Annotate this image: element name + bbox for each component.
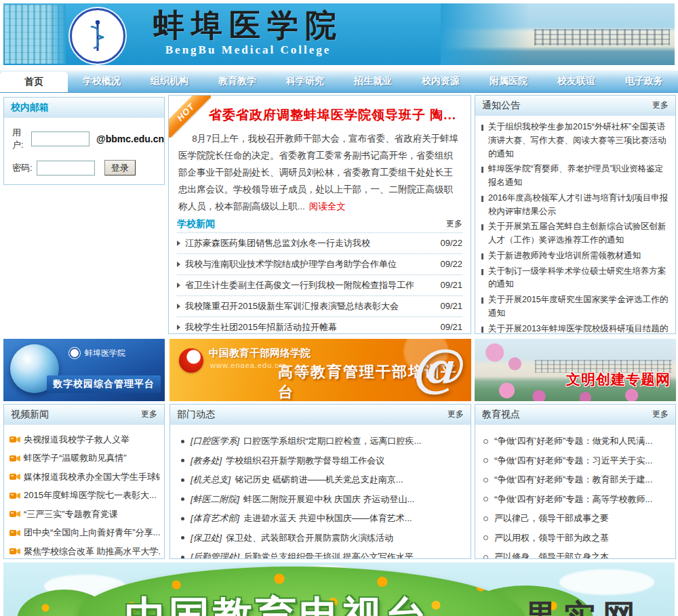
- news-item[interactable]: 我校学生社团2015年招新活动拉开帷幕 09/21: [177, 316, 462, 334]
- featured-summary: 8月7日上午，我校召开教师干部大会，宣布省委、省政府关于蚌埠医学院院长任命的决定…: [178, 131, 461, 215]
- footer-banner-cetv[interactable]: 中国教育电视台 果实网: [3, 562, 675, 616]
- notice-item[interactable]: 2016年度高校领军人才引进与培育计划项目申报校内评审结果公示: [479, 192, 670, 219]
- banner1-caption: 数字校园综合管理平台: [47, 375, 161, 393]
- video-item-title: 聚焦学校综合改革 助推高水平大学...: [24, 546, 160, 558]
- nav-item-research[interactable]: 科学研究: [271, 70, 339, 92]
- video-item[interactable]: 媒体报道我校承办全国大学生手球锦...: [9, 468, 160, 487]
- video-item[interactable]: 央视报道我校学子救人义举: [9, 430, 160, 449]
- featured-headline-link[interactable]: 省委省政府调整蚌埠医学院领导班子 陶...: [204, 106, 461, 124]
- video-item-title: 央视报道我校学子救人义举: [24, 434, 129, 446]
- news-item-title: 我校隆重召开2015级新生军训汇报表演暨总结表彰大会: [185, 300, 435, 312]
- news-item[interactable]: 我校隆重召开2015级新生军训汇报表演暨总结表彰大会 09/21: [177, 295, 462, 316]
- edu-item[interactable]: 严以用权，领导干部为政之基: [483, 529, 670, 548]
- password-row: 密码: 登录: [12, 160, 164, 176]
- dept-news-list: [口腔医学系] 口腔医学系组织“定期口腔检查，远离口腔疾... [教务处] 学校…: [170, 425, 471, 559]
- edu-item-title: 严以用权，领导干部为政之基: [494, 532, 609, 544]
- video-item[interactable]: 2015年度蚌埠医学院七一表彰大...: [9, 487, 160, 506]
- notice-item[interactable]: 关于制订一级学科学术学位硕士研究生培养方案的通知: [479, 265, 670, 292]
- nav-item-admissions[interactable]: 招生就业: [339, 70, 407, 92]
- edu-more-link[interactable]: 更多: [652, 409, 669, 420]
- notice-item-text: 关于开展2013年蚌埠医学院校级科研项目结题的通知: [488, 324, 668, 335]
- news-item-date: 09/22: [440, 259, 462, 269]
- dept-item[interactable]: [口腔医学系] 口腔医学系组织“定期口腔检查，远离口腔疾...: [181, 432, 464, 451]
- video-more-link[interactable]: 更多: [141, 409, 157, 420]
- nav-item-resources[interactable]: 校内资源: [407, 70, 475, 92]
- banner-digital-campus[interactable]: 蚌埠医学院 数字校园综合管理平台: [3, 339, 165, 401]
- news-item-date: 09/21: [440, 322, 462, 332]
- video-item[interactable]: “三严三实”专题教育党课: [9, 505, 160, 524]
- triangle-bullet-icon: [177, 241, 180, 246]
- dept-item[interactable]: [后勤管理处] 后勤党总支组织骨干培训 提高公文写作水平: [181, 548, 464, 559]
- news-item-title: 我校学生社团2015年招新活动拉开帷幕: [185, 321, 435, 333]
- news-item[interactable]: 江苏豪森医药集团销售总监刘永冬一行走访我校 09/22: [177, 232, 462, 253]
- edu-item[interactable]: “争做‘四有’好老师”专题：习近平关于实...: [483, 451, 670, 471]
- notice-item[interactable]: 关于开展2013年蚌埠医学院校级科研项目结题的通知: [479, 323, 670, 335]
- nav-item-teaching[interactable]: 教育教学: [203, 70, 271, 92]
- dept-item[interactable]: [蚌医二附院] 蚌医二附院开展迎中秋 庆国庆 齐运动登山...: [181, 490, 464, 510]
- notice-item[interactable]: 关于组织我校学生参加2015“外研社杯”全国英语演讲大赛、写作大赛、阅读大赛等三…: [479, 121, 670, 161]
- dept-item[interactable]: [教务处] 学校组织召开新学期教学督导组工作会议: [181, 451, 464, 471]
- news-item[interactable]: 我校与淮南职业技术学院结成护理学自考助学合作单位 09/22: [177, 253, 462, 274]
- cloud-icon: [559, 569, 654, 595]
- dept-item-title: 保卫处、武装部联合开展防震防火演练活动: [226, 532, 393, 544]
- nav-item-hospitals[interactable]: 附属医院: [475, 70, 542, 92]
- hot-ribbon-icon: HOT: [169, 96, 211, 138]
- nav-item-egov[interactable]: 电子政务: [610, 70, 678, 92]
- banner-civilization[interactable]: 文明创建专题网: [475, 339, 676, 401]
- notice-item-text: 关于开展2015年度研究生国家奖学金评选工作的通知: [488, 295, 668, 318]
- school-news-header: 学校新闻 更多: [177, 218, 462, 232]
- school-title-block: 蚌埠医学院 BengBu Medical College: [136, 7, 360, 57]
- dept-item-title: 蚌医二附院开展迎中秋 庆国庆 齐运动登山...: [243, 493, 414, 506]
- edu-item-title: “争做‘四有’好老师”专题：高等学校教师...: [494, 493, 652, 506]
- username-input[interactable]: [31, 131, 89, 146]
- dept-more-link[interactable]: 更多: [447, 409, 464, 420]
- video-item[interactable]: 聚焦学校综合改革 助推高水平大学...: [9, 542, 160, 559]
- dept-item[interactable]: [体育艺术部] 走进碧水蓝天 共迎中秋国庆——体育艺术...: [181, 509, 464, 529]
- nav-item-home[interactable]: 首页: [0, 72, 68, 92]
- notice-more-link[interactable]: 更多: [652, 100, 669, 111]
- username-label: 用户:: [12, 127, 27, 151]
- notice-item[interactable]: 蚌埠医学院“育婴师、养老护理员”职业资格鉴定报名通知: [479, 163, 670, 190]
- triangle-bullet-icon: [177, 262, 180, 267]
- notice-item[interactable]: 关于新进教师跨专业培训所需领教材通知: [479, 249, 670, 263]
- school-logo: [70, 8, 125, 64]
- edu-item[interactable]: “争做‘四有’好老师”专题：教育部关于建...: [483, 470, 670, 490]
- login-button[interactable]: 登录: [104, 160, 136, 176]
- video-item[interactable]: 团中央“全国向上向善好青年”分享...: [9, 524, 160, 543]
- at-symbol-icon: @: [410, 339, 462, 398]
- edu-item[interactable]: “争做‘四有’好老师”专题：做党和人民满...: [483, 432, 670, 451]
- edu-item[interactable]: 严以律己，领导干部成事之要: [483, 509, 670, 529]
- nav-item-organization[interactable]: 组织机构: [136, 70, 203, 92]
- password-input[interactable]: [37, 161, 95, 176]
- email-panel-title: 校内邮箱: [11, 102, 49, 114]
- news-item-title: 省卫生计生委副主任高俊文一行到我校一附院检查指导工作: [185, 279, 435, 291]
- edu-panel-title: 教育视点: [482, 409, 520, 421]
- caduceus-icon: [87, 20, 108, 52]
- campus-photo-left: [5, 5, 66, 64]
- edu-item[interactable]: “争做‘四有’好老师”专题：高等学校教师...: [483, 490, 670, 510]
- school-name-cn: 蚌埠医学院: [136, 7, 360, 43]
- cetv-title: 中国教育电视台: [125, 590, 429, 616]
- video-camera-icon: [9, 492, 20, 499]
- dept-item[interactable]: [保卫处] 保卫处、武装部联合开展防震防火演练活动: [181, 529, 464, 548]
- dept-tag: [机关总支]: [191, 474, 231, 486]
- fruit-net-title: 果实网: [524, 595, 642, 616]
- video-item[interactable]: 蚌医学子“温暖救助见真情”: [9, 449, 160, 468]
- nav-item-overview[interactable]: 学校概况: [68, 70, 136, 92]
- school-news-list: 江苏豪森医药集团销售总监刘永冬一行走访我校 09/22 我校与淮南职业技术学院结…: [177, 232, 462, 334]
- news-item[interactable]: 省卫生计生委副主任高俊文一行到我校一附院检查指导工作 09/21: [177, 274, 462, 295]
- dept-item[interactable]: [机关总支] 铭记历史 砥砺前进——机关党总支赴南京...: [181, 470, 464, 490]
- triangle-bullet-icon: [177, 325, 180, 330]
- dept-tag: [体育艺术部]: [191, 512, 239, 525]
- notice-item[interactable]: 关于开展第五届合芜蚌自主创新综合试验区创新人才（工作）奖评选推荐工作的通知: [479, 220, 670, 247]
- notice-item[interactable]: 关于开展2015年度研究生国家奖学金评选工作的通知: [479, 293, 670, 321]
- school-news-more-link[interactable]: 更多: [446, 218, 462, 230]
- video-item-title: 蚌医学子“温暖救助见真情”: [24, 452, 127, 464]
- read-more-link[interactable]: 阅读全文: [309, 201, 346, 211]
- banner2-url: www.enaea.edu.cn: [210, 361, 284, 369]
- nav-item-alumni[interactable]: 校友联谊: [542, 70, 610, 92]
- edu-item-title: “争做‘四有’好老师”专题：教育部关于建...: [494, 474, 652, 486]
- edu-item[interactable]: 严以修身，领导干部立身之本: [483, 548, 670, 559]
- dept-news-panel: 部门动态 更多 [口腔医学系] 口腔医学系组织“定期口腔检查，远离口腔疾... …: [170, 404, 471, 559]
- banner-cadre-training[interactable]: 中国教育干部网络学院 www.enaea.edu.cn 高等教育管理干部培训平台…: [170, 339, 471, 401]
